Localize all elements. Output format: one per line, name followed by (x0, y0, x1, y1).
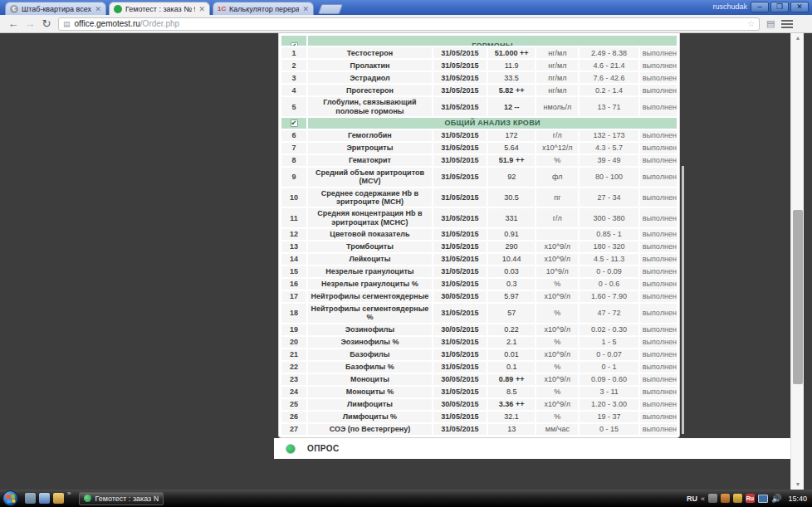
test-reference-range-cell: 1.20 - 3.00 (580, 399, 638, 410)
volume-icon[interactable]: 🔊 (771, 494, 781, 503)
test-unit-cell: пг/мл (536, 72, 578, 83)
network-icon[interactable] (758, 495, 768, 503)
browser-toolbar: ← → ↻ ▤ office.gemotest.ru /Order.php ☆ … (0, 15, 812, 33)
test-unit-cell: нмоль/л (536, 97, 578, 116)
test-date-cell: 31/05/2015 (433, 72, 487, 83)
quicklaunch-overflow-icon[interactable]: » (67, 490, 71, 497)
test-name-cell: Эстрадиол (308, 72, 432, 83)
test-status-cell: выполнено (640, 412, 677, 422)
tab-shtab-kvartira[interactable]: € Штаб-квартира всех хи ✕ (5, 2, 106, 15)
address-bar[interactable]: ▤ office.gemotest.ru /Order.php ☆ (58, 17, 760, 31)
close-button[interactable]: ✕ (790, 2, 809, 12)
row-number-cell: 25 (281, 399, 306, 410)
browser-scrollbar[interactable]: ▲ ▼ (790, 33, 804, 490)
test-name-cell: Среднее содержание Hb в эритроците (MCH) (308, 188, 432, 207)
test-name-cell: Лимфоциты (308, 399, 432, 410)
page-icon: ▤ (63, 20, 71, 28)
test-date-cell: 31/05/2015 (433, 304, 487, 323)
test-unit-cell (536, 229, 578, 240)
inner-frame-scrollbar[interactable] (682, 166, 684, 434)
test-reference-range-cell: 0 - 1 (580, 362, 638, 373)
extension-icon[interactable]: ▤ (766, 18, 775, 29)
restore-button[interactable]: ❐ (770, 2, 789, 12)
tray-icon-1[interactable] (708, 494, 717, 503)
test-unit-cell: х10^12/л (536, 143, 578, 154)
test-date-cell: 31/05/2015 (433, 412, 487, 422)
tab-calculator[interactable]: 1С Калькулятор перерасч ✕ (213, 2, 314, 15)
tab-close-icon[interactable]: ✕ (198, 5, 205, 13)
hidden-icons-chevron[interactable]: « (701, 495, 705, 503)
page-right-gap (804, 33, 812, 490)
test-unit-cell: % (536, 155, 578, 166)
test-reference-range-cell: 132 - 173 (580, 130, 638, 141)
tab-close-icon[interactable]: ✕ (95, 5, 101, 13)
back-icon[interactable]: ← (5, 17, 22, 30)
table-row: 15Незрелые гранулоциты31/05/20150.0310^9… (281, 266, 677, 277)
tab-title: Калькулятор перерасч (229, 5, 299, 13)
test-reference-range-cell: 180 - 320 (580, 241, 638, 252)
test-name-cell: Лейкоциты (308, 254, 432, 265)
row-number-cell: 3 (281, 72, 306, 83)
scroll-down-icon[interactable]: ▼ (791, 480, 805, 490)
bookmark-star-icon[interactable]: ☆ (747, 19, 755, 28)
test-unit-cell: % (536, 387, 578, 397)
forward-icon[interactable]: → (22, 17, 38, 30)
minimize-button[interactable]: – (751, 2, 769, 12)
test-status-cell: выполнено (640, 349, 677, 360)
test-status-cell: выполнено (640, 229, 677, 240)
section-checkbox[interactable]: ✔ (291, 42, 298, 46)
section-checkbox[interactable]: ✔ (291, 119, 298, 127)
taskbar-button-gemotest[interactable]: Гемотест : заказ № ... (79, 492, 164, 505)
chrome-menu-icon[interactable] (781, 20, 793, 28)
test-result-cell: 0.3 (488, 279, 535, 290)
test-name-cell: Моноциты (308, 374, 432, 385)
language-indicator[interactable]: RU (687, 495, 697, 503)
task-button-label: Гемотест : заказ № ... (95, 495, 159, 503)
scroll-up-icon[interactable]: ▲ (791, 33, 805, 43)
test-result-cell: 0.91 (488, 229, 535, 240)
test-status-cell: выполнено (640, 47, 677, 58)
table-row: 20Эозинофилы %31/05/20152.1%1 - 5выполне… (281, 337, 677, 348)
quicklaunch-icon-1[interactable] (25, 493, 36, 504)
test-name-cell: Незрелые гранулоциты (308, 266, 432, 277)
test-reference-range-cell: 3 - 11 (580, 387, 638, 397)
scrollbar-thumb[interactable] (793, 210, 803, 384)
tray-icon-3[interactable] (733, 494, 742, 503)
row-number-cell: 10 (281, 188, 306, 207)
test-reference-range-cell: 0.09 - 0.60 (580, 374, 638, 385)
row-number-cell: 5 (281, 97, 306, 116)
tab-gemotest-order[interactable]: Гемотест : заказ № 9681 ✕ (109, 2, 210, 15)
test-result-cell: 3.36 ++ (488, 399, 535, 410)
tab1-favicon: € (10, 5, 18, 13)
test-unit-cell: нг/мл (536, 60, 578, 71)
quicklaunch-icon-3[interactable] (53, 493, 64, 504)
row-number-cell: 9 (281, 168, 306, 187)
test-name-cell: Глобулин, связывающий половые гормоны (308, 97, 432, 116)
test-date-cell: 31/05/2015 (433, 208, 487, 227)
new-tab-button[interactable] (318, 4, 343, 14)
test-unit-cell: % (536, 279, 578, 290)
test-status-cell: выполнено (640, 387, 677, 397)
tray-icon-2[interactable] (721, 494, 730, 503)
taskbar-clock: 15:40 (788, 495, 807, 503)
test-result-cell: 12 -- (488, 97, 535, 116)
test-status-cell: выполнено (640, 254, 677, 265)
test-result-cell: 8.5 (488, 387, 535, 397)
tray-lang-badge[interactable]: Ru (746, 494, 755, 503)
test-status-cell: выполнено (640, 72, 677, 83)
reload-icon[interactable]: ↻ (38, 17, 55, 30)
test-reference-range-cell: 7.6 - 42.6 (580, 72, 638, 83)
tab-close-icon[interactable]: ✕ (302, 5, 309, 13)
table-row: 6Гемоглобин31/05/2015172г/л132 - 173выпо… (281, 130, 677, 141)
test-unit-cell: % (536, 337, 578, 348)
start-button[interactable] (2, 490, 18, 506)
test-name-cell: Цветовой показатель (308, 229, 432, 240)
test-result-cell: 0.22 (488, 324, 535, 335)
quicklaunch-icon-2[interactable] (39, 493, 50, 504)
test-status-cell: выполнено (640, 155, 677, 166)
test-result-cell: 51.9 ++ (488, 155, 535, 166)
test-status-cell: выполнено (640, 304, 677, 323)
section-title: ОБЩИЙ АНАЛИЗ КРОВИ (308, 118, 677, 129)
test-date-cell: 30/05/2015 (433, 374, 487, 385)
test-date-cell: 31/05/2015 (433, 424, 487, 435)
